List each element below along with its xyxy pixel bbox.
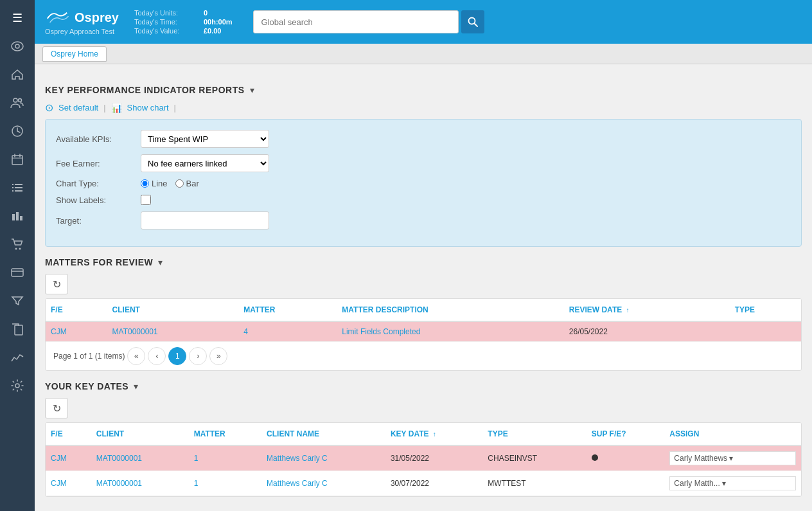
kd-matter-link-2[interactable]: 1	[194, 479, 199, 488]
people-icon[interactable]	[4, 90, 30, 116]
chart-line-label: Line	[152, 179, 168, 188]
assign-dropdown-1[interactable]: Carly Matthews ▾	[669, 451, 796, 465]
logo-subtitle: Osprey Approach Test	[45, 28, 119, 35]
key-dates-section-header: YOUR KEY DATES ▾	[45, 381, 802, 391]
kpi-target-input[interactable]	[141, 211, 269, 229]
kd-cell-fe-2: CJM	[46, 471, 91, 496]
breadcrumb-home[interactable]: Osprey Home	[42, 46, 107, 62]
search-button[interactable]	[461, 10, 484, 33]
filter-icon[interactable]	[4, 288, 30, 314]
kd-col-sup-fe[interactable]: SUP F/E?	[587, 423, 665, 445]
credit-card-icon[interactable]	[4, 260, 30, 285]
units-value: 0	[204, 9, 207, 17]
kd-col-fe[interactable]: F/E	[46, 423, 91, 445]
show-chart-link[interactable]: Show chart	[127, 103, 169, 112]
matters-chevron-icon[interactable]: ▾	[158, 257, 163, 267]
kd-col-key-date[interactable]: KEY DATE ↑	[385, 423, 482, 445]
kpi-panel: Available KPIs: Time Spent WIP Billing C…	[45, 119, 802, 247]
matters-table-header: F/E CLIENT MATTER MATTER DESCRIPTION REV…	[46, 299, 801, 321]
divider-1: |	[103, 103, 105, 112]
desc-link[interactable]: Limit Fields Completed	[342, 327, 420, 336]
menu-icon[interactable]: ☰	[4, 5, 30, 31]
search-area	[253, 10, 802, 33]
kpi-row-chart-type: Chart Type: Line Bar	[56, 179, 791, 188]
col-review-date[interactable]: REVIEW DATE ↑	[564, 299, 730, 321]
eye-icon[interactable]	[4, 33, 30, 59]
matters-table: F/E CLIENT MATTER MATTER DESCRIPTION REV…	[46, 299, 801, 342]
chart-bar-option[interactable]: Bar	[175, 179, 199, 188]
kpi-available-select[interactable]: Time Spent WIP Billing Costs Debtors	[141, 130, 269, 148]
kpi-show-labels-label: Show Labels:	[56, 195, 133, 205]
line-chart-icon[interactable]	[4, 345, 30, 370]
col-matter[interactable]: MATTER	[238, 299, 337, 321]
copy-icon[interactable]	[4, 316, 30, 342]
matter-link[interactable]: 4	[243, 327, 248, 336]
col-client[interactable]: CLIENT	[107, 299, 239, 321]
settings-icon[interactable]	[4, 373, 30, 399]
set-default-link[interactable]: Set default	[58, 103, 98, 112]
chart-bar-icon[interactable]	[4, 203, 30, 229]
kpi-fee-earner-select[interactable]: No fee earners linked	[141, 154, 269, 172]
last-page-button[interactable]: »	[209, 347, 227, 365]
svg-rect-5	[12, 156, 22, 165]
kd-col-assign[interactable]: ASSIGN	[664, 423, 801, 445]
kpi-available-label: Available KPIs:	[56, 134, 133, 144]
show-chart-icon: 📊	[111, 103, 122, 113]
col-fe[interactable]: F/E	[46, 299, 107, 321]
key-dates-title: YOUR KEY DATES	[45, 381, 128, 391]
kd-cell-type: CHASEINVST	[482, 445, 586, 471]
chart-line-radio[interactable]	[141, 179, 149, 188]
kpi-row-show-labels: Show Labels:	[56, 195, 791, 205]
col-type[interactable]: TYPE	[730, 299, 801, 321]
kd-cell-assign: Carly Matthews ▾	[664, 445, 801, 471]
cell-fe: CJM	[46, 321, 107, 342]
kpi-row-target: Target:	[56, 211, 791, 229]
clock-icon[interactable]	[4, 118, 30, 144]
assign-dropdown-2[interactable]: Carly Matth... ▾	[669, 476, 796, 490]
kd-client-link-2[interactable]: MAT0000001	[96, 479, 142, 488]
kd-col-client-name[interactable]: CLIENT NAME	[261, 423, 385, 445]
prev-page-button[interactable]: ‹	[148, 347, 166, 365]
kd-client-name-link-1[interactable]: Matthews Carly C	[267, 454, 328, 463]
chart-bar-radio[interactable]	[175, 179, 184, 188]
calendar-icon[interactable]	[4, 147, 30, 172]
next-page-button[interactable]: ›	[189, 347, 207, 365]
col-matter-desc[interactable]: MATTER DESCRIPTION	[337, 299, 564, 321]
kd-matter-link-1[interactable]: 1	[194, 454, 199, 463]
cell-description: Limit Fields Completed	[337, 321, 564, 342]
kd-col-matter[interactable]: MATTER	[189, 423, 261, 445]
kpi-section-header: KEY PERFORMANCE INDICATOR REPORTS ▾	[45, 85, 802, 95]
kd-fe-link-2[interactable]: CJM	[51, 479, 67, 488]
svg-rect-18	[15, 325, 22, 335]
key-dates-refresh-button[interactable]: ↻	[45, 398, 68, 418]
svg-rect-13	[16, 212, 19, 220]
kd-cell-matter: 1	[189, 445, 261, 471]
client-link[interactable]: MAT0000001	[112, 327, 158, 336]
search-input[interactable]	[253, 10, 459, 33]
breadcrumb-bar: Osprey Home	[35, 44, 812, 64]
kpi-chevron-icon[interactable]: ▾	[250, 85, 254, 95]
logo-area: Osprey Osprey Approach Test	[45, 8, 119, 35]
matters-refresh-button[interactable]: ↻	[45, 274, 68, 294]
fe-link[interactable]: CJM	[51, 327, 67, 336]
kd-col-type[interactable]: TYPE	[482, 423, 586, 445]
show-labels-checkbox[interactable]	[141, 195, 151, 205]
chart-line-option[interactable]: Line	[141, 179, 168, 188]
kd-fe-link-1[interactable]: CJM	[51, 454, 67, 463]
kd-cell-client-name-2: Matthews Carly C	[261, 471, 385, 496]
time-label: Today's Time:	[134, 18, 199, 26]
cart-icon[interactable]	[4, 231, 30, 257]
svg-rect-17	[12, 269, 23, 276]
first-page-button[interactable]: «	[127, 347, 145, 365]
cell-type	[730, 321, 801, 342]
key-dates-chevron-icon[interactable]: ▾	[134, 381, 138, 391]
kd-col-client[interactable]: CLIENT	[91, 423, 189, 445]
kd-cell-key-date-2: 30/07/2022	[385, 471, 482, 496]
kd-client-name-link-2[interactable]: Matthews Carly C	[267, 479, 328, 488]
kd-client-link-1[interactable]: MAT0000001	[96, 454, 142, 463]
list-icon[interactable]	[4, 175, 30, 201]
page-1-button[interactable]: 1	[168, 347, 186, 365]
kpi-fee-earner-label: Fee Earner:	[56, 159, 133, 168]
home-icon[interactable]	[4, 62, 30, 87]
kd-cell-fe: CJM	[46, 445, 91, 471]
